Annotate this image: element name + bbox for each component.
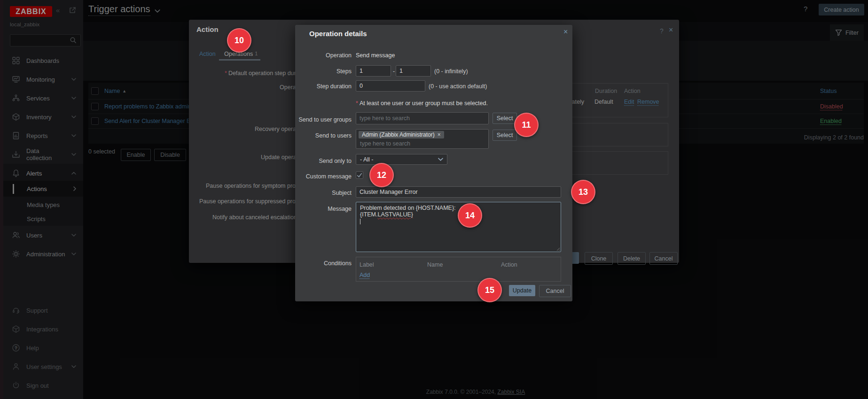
steps-to-input[interactable]: 1: [396, 65, 431, 77]
form-label: Send only to: [289, 158, 352, 164]
conditions-table: Label Name Action Add: [356, 257, 561, 282]
checkmark-icon: [357, 172, 362, 178]
user-groups-multiselect[interactable]: type here to search: [356, 112, 489, 124]
chevron-down-icon: [438, 158, 443, 161]
message-textarea[interactable]: Problem detected on {HOST.NAME}: {ITEM.L…: [356, 202, 561, 252]
steps-from-input[interactable]: 1: [356, 65, 391, 77]
required-warning: *At least one user or user group must be…: [356, 100, 488, 107]
operation-details-dialog: Operation details × Operation Send messa…: [295, 25, 572, 301]
users-select-button[interactable]: Select: [493, 130, 517, 141]
placeholder: type here to search: [360, 140, 410, 147]
user-groups-select-button[interactable]: Select: [493, 113, 517, 124]
annotation-step-10: 10: [227, 28, 251, 53]
field-hint: (0 - infinitely): [434, 68, 468, 75]
text-cursor: [360, 219, 360, 224]
form-label: Subject: [289, 190, 352, 196]
form-label: Custom message: [289, 173, 352, 180]
resize-handle-icon[interactable]: [555, 246, 560, 251]
form-label: Message: [289, 206, 352, 212]
form-label: Operation: [289, 52, 352, 59]
chip-remove-icon[interactable]: ×: [438, 131, 441, 138]
send-only-to-dropdown[interactable]: - All -: [356, 154, 447, 165]
annotation-step-14: 14: [458, 203, 482, 228]
chip-label: Admin (Zabbix Administrator): [362, 131, 435, 138]
dropdown-value: - All -: [360, 156, 373, 163]
form-label: Step duration: [289, 83, 352, 90]
field-hint: (0 - use action default): [429, 83, 487, 90]
annotation-step-12: 12: [369, 163, 394, 187]
form-label: Steps: [289, 68, 352, 75]
steps-dash: -: [393, 68, 395, 75]
cancel-button[interactable]: Cancel: [539, 285, 571, 297]
column-header: Name: [427, 261, 443, 268]
users-multiselect[interactable]: Admin (Zabbix Administrator) × type here…: [356, 129, 489, 149]
form-label: Send to users: [289, 132, 352, 139]
form-label: Send to user groups: [289, 116, 352, 123]
column-header: Label: [360, 261, 374, 268]
screen: ZABBIX « local_zabbix Dashboards Monitor…: [0, 0, 868, 399]
close-icon[interactable]: ×: [563, 29, 568, 35]
add-condition-link[interactable]: Add: [360, 272, 370, 278]
form-label: Conditions: [289, 260, 352, 267]
subject-input[interactable]: Cluster Manager Error: [356, 186, 561, 198]
annotation-step-11: 11: [514, 113, 539, 137]
annotation-step-15: 15: [477, 278, 502, 302]
annotation-step-13: 13: [571, 180, 595, 204]
spellcheck-underline: LASTVALUE}: [378, 211, 414, 218]
user-chip[interactable]: Admin (Zabbix Administrator) ×: [359, 131, 444, 138]
column-header: Action: [501, 261, 517, 268]
custom-message-checkbox[interactable]: [356, 171, 363, 179]
operation-value: Send message: [356, 52, 395, 59]
dialog-title: Operation details: [309, 30, 367, 38]
step-duration-input[interactable]: 0: [356, 80, 425, 92]
update-button[interactable]: Update: [509, 285, 535, 296]
placeholder: type here to search: [360, 115, 410, 122]
